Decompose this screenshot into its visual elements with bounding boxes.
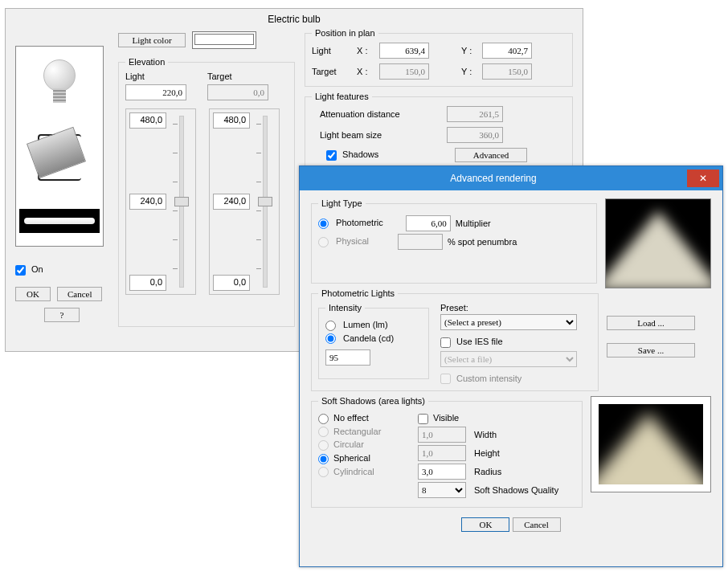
modal-ok-button[interactable]: OK — [461, 517, 509, 532]
position-target-x — [379, 63, 429, 80]
on-checkbox[interactable]: On — [15, 264, 43, 274]
close-button[interactable]: ✕ — [687, 170, 719, 187]
elevation-target-slider[interactable]: 480,0 240,0 0,0 — [209, 108, 280, 295]
load-button[interactable]: Load ... — [607, 316, 695, 330]
titlebar[interactable]: Advanced rendering ✕ — [300, 166, 722, 190]
physical-radio: Physical — [318, 236, 369, 247]
noeffect-radio[interactable]: No effect — [318, 413, 369, 424]
candela-radio[interactable]: Candela (cd) — [325, 333, 394, 345]
position-light-x[interactable] — [379, 43, 429, 59]
circular-radio: Circular — [318, 439, 364, 451]
soft-shadows-group: Soft Shadows (area lights) No effect Rec… — [311, 396, 583, 508]
light-preview-2 — [591, 396, 711, 492]
visible-checkbox[interactable]: Visible — [418, 413, 459, 424]
use-ies-checkbox[interactable]: Use IES file — [440, 337, 503, 346]
photometric-lights-group: Photometric Lights Intensity Lumen (lm) — [311, 288, 599, 391]
elevation-light-input[interactable] — [125, 84, 186, 100]
light-color-button[interactable]: Light color — [118, 33, 186, 47]
incandescent-bulb-icon — [43, 59, 76, 108]
elevation-group: Elevation Light Target 480,0 240,0 — [118, 57, 295, 327]
width-input — [418, 427, 466, 443]
quality-select[interactable]: 8 — [418, 482, 466, 498]
elevation-target-input — [207, 84, 268, 100]
light-color-swatch[interactable] — [192, 31, 256, 49]
intensity-group: Intensity Lumen (lm) Candela (cd) — [318, 303, 429, 379]
ies-file-select: (Select a file) — [440, 351, 577, 367]
save-button[interactable]: Save ... — [607, 343, 695, 358]
multiplier-input[interactable] — [406, 215, 451, 231]
spherical-radio[interactable]: Spherical — [318, 453, 370, 464]
shadows-checkbox[interactable]: Shadows — [326, 149, 378, 161]
height-input — [418, 445, 466, 461]
lumen-radio[interactable]: Lumen (lm) — [325, 320, 388, 331]
window-title: Electric bulb — [6, 12, 583, 28]
light-features-group: Light features Attenuation distance Ligh… — [305, 92, 573, 170]
photometric-radio[interactable]: Photometric — [318, 218, 383, 229]
position-target-y — [482, 63, 532, 80]
advanced-button[interactable]: Advanced — [455, 148, 527, 162]
beam-size — [447, 127, 503, 143]
par-can-light-icon — [31, 134, 88, 182]
rectangular-radio: Rectangular — [318, 427, 381, 438]
penumbra-input — [398, 234, 443, 250]
advanced-rendering-dialog: Advanced rendering ✕ Light Type Photomet… — [299, 165, 723, 567]
close-icon: ✕ — [699, 173, 707, 184]
light-type-group: Light Type Photometric Multiplier Physic… — [311, 198, 597, 284]
radius-input[interactable] — [418, 464, 466, 480]
position-group: Position in plan Light X : Y : Target X … — [305, 28, 573, 87]
fluorescent-tube-icon — [19, 209, 100, 233]
intensity-input[interactable] — [325, 349, 370, 366]
elevation-light-slider[interactable]: 480,0 240,0 0,0 — [125, 108, 196, 295]
ok-button[interactable]: OK — [15, 287, 51, 301]
cancel-button[interactable]: Cancel — [57, 287, 102, 301]
cylindrical-radio: Cylindrical — [318, 467, 374, 478]
dialog-title: Advanced rendering — [300, 173, 687, 184]
custom-intensity-checkbox: Custom intensity — [440, 374, 521, 383]
position-light-y[interactable] — [482, 43, 532, 59]
help-button[interactable]: ? — [44, 308, 80, 322]
preset-select[interactable]: (Select a preset) — [440, 314, 577, 330]
attenuation-distance — [447, 106, 503, 122]
light-previews — [15, 46, 104, 247]
light-preview-1 — [605, 198, 711, 288]
modal-cancel-button[interactable]: Cancel — [513, 517, 561, 532]
